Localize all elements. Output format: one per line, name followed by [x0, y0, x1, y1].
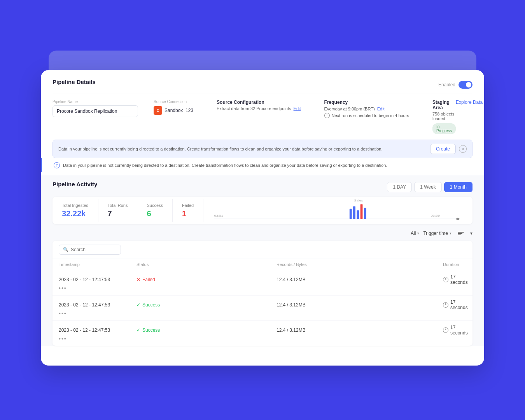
svg-rect-4	[350, 209, 352, 219]
row2-status: ✓ Success	[136, 302, 199, 308]
source-connection-inner: C Sandbox_123	[154, 106, 193, 115]
search-icon: 🔍	[63, 247, 68, 252]
sort-chevron: ▾	[470, 231, 472, 236]
activity-header: Pipeline Activity 1 DAY 1 Week 1 Month	[52, 175, 472, 197]
failed-label: Failed	[182, 203, 194, 208]
source-config-desc: Extract data from 32 Procore endpoints E…	[217, 106, 301, 111]
sort-line-2	[458, 233, 462, 234]
duration-clock-icon-3	[443, 327, 448, 333]
success-label: Success	[147, 203, 163, 208]
table-row: 2023 - 02 - 12 - 12:47:53 ✓ Success 12.4…	[52, 296, 472, 321]
sort-line-3	[458, 234, 461, 235]
table-header-row: Timestamp Status Records / Bytes Duratio…	[52, 259, 472, 270]
chart-area: 03:51 03:59 Sales	[210, 197, 462, 224]
row1-more-button[interactable]: •••	[59, 285, 136, 291]
filter-all-select[interactable]: All ▾	[411, 231, 419, 236]
pipeline-activity-section: Pipeline Activity 1 DAY 1 Week 1 Month T…	[41, 175, 484, 346]
table-row: 2023 - 02 - 12 - 12:47:53 ✓ Success 12.4…	[52, 321, 472, 346]
sort-button[interactable]	[455, 230, 466, 237]
info-icon: ?	[54, 162, 60, 168]
trigger-time-select[interactable]: Trigger time ▾	[423, 231, 452, 236]
row1-status: ✕ Failed	[136, 277, 199, 282]
explore-data-link[interactable]: Explore Data ↗	[456, 100, 484, 105]
frequency-title: Frequency	[324, 100, 409, 105]
row3-records: 12.4 / 3.12MB	[276, 327, 443, 333]
row3-duration: 17 seconds	[443, 325, 466, 336]
enabled-toggle[interactable]	[458, 81, 472, 89]
row1-status-label: Failed	[142, 277, 155, 282]
source-config-title: Source Configuration	[217, 100, 301, 105]
frequency-value: Everyday at 9:00pm (BRT) Edit	[324, 107, 409, 111]
row1-records: 12.4 / 3.12MB	[276, 277, 443, 282]
total-ingested-value: 32.22k	[62, 209, 89, 218]
trigger-time-label: Trigger time	[423, 231, 448, 236]
table-row: 2023 - 02 - 12 - 12:47:53 ✕ Failed 12.4 …	[52, 270, 472, 296]
search-input-wrapper: 🔍	[59, 245, 121, 255]
filter-row: All ▾ Trigger time ▾ ▾	[52, 228, 472, 239]
main-card: Pipeline Details Enabled Pipeline Name P…	[41, 70, 484, 366]
stats-chart-row: Total Ingested 32.22k Total Runs 7 Succe…	[52, 197, 472, 224]
col-header-timestamp: Timestamp	[59, 262, 136, 267]
time-btn-1day[interactable]: 1 DAY	[387, 182, 412, 192]
external-link-icon: ↗	[484, 100, 484, 105]
source-config-edit-link[interactable]: Edit	[294, 106, 301, 111]
staging-area-count: 758 objects loaded	[432, 112, 456, 121]
next-run: Next run is scheduled to begin in 4 hour…	[324, 113, 409, 118]
create-popup: Data in your pipeline is not currently b…	[52, 140, 472, 158]
row3-status: ✓ Success	[136, 327, 199, 333]
row2-status-label: Success	[142, 302, 160, 308]
col-header-duration: Duration	[443, 262, 466, 267]
svg-rect-8	[364, 208, 366, 219]
svg-rect-5	[353, 206, 355, 219]
svg-text:03:59: 03:59	[431, 214, 440, 217]
stat-failed: Failed 1	[173, 199, 203, 222]
frequency-edit-link[interactable]: Edit	[377, 107, 385, 111]
search-input[interactable]	[71, 247, 117, 252]
enabled-label: Enabled	[438, 82, 455, 88]
success-icon-3: ✓	[136, 327, 140, 333]
col-header-status: Status	[136, 262, 199, 267]
clock-icon	[324, 113, 330, 118]
activity-chart: 03:51 03:59 Sales	[210, 197, 462, 224]
create-button[interactable]: Create	[430, 144, 456, 154]
source-name: Sandbox_123	[164, 108, 193, 113]
svg-point-9	[456, 218, 459, 220]
filter-all-label: All	[411, 231, 416, 236]
svg-text:03:51: 03:51	[214, 214, 224, 217]
time-btn-1month[interactable]: 1 Month	[444, 182, 472, 192]
stat-total-runs: Total Runs 7	[98, 199, 138, 222]
close-popup-button[interactable]: ×	[459, 145, 467, 153]
success-icon-2: ✓	[136, 302, 140, 308]
total-runs-label: Total Runs	[108, 203, 128, 208]
stat-success: Success 6	[137, 199, 173, 222]
source-connection-label: Source Connection	[154, 100, 193, 104]
row3-status-label: Success	[142, 327, 160, 333]
pipeline-name-value: Procore Sandbox Replication	[52, 105, 138, 117]
source-connection-group: Source Connection C Sandbox_123	[154, 100, 193, 115]
duration-clock-icon-2	[443, 302, 448, 308]
stat-total-ingested: Total Ingested 32.22k	[52, 199, 98, 222]
create-popup-text: Data in your pipeline is not currently b…	[58, 147, 430, 151]
source-icon: C	[154, 106, 162, 115]
trigger-time-chevron: ▾	[450, 231, 452, 235]
row1-duration: 17 seconds	[443, 274, 466, 285]
filter-all-chevron: ▾	[417, 231, 419, 235]
row3-more-button[interactable]: •••	[59, 336, 136, 342]
page-title: Pipeline Details	[52, 79, 96, 85]
pipeline-name-group: Pipeline Name Procore Sandbox Replicatio…	[52, 100, 138, 117]
table-search-row: 🔍	[52, 241, 472, 259]
source-config-group: Source Configuration Extract data from 3…	[217, 100, 301, 111]
duration-clock-icon-1	[443, 277, 448, 282]
enabled-toggle-group: Enabled	[438, 81, 472, 89]
svg-rect-7	[360, 204, 363, 219]
info-bar: ? Data in your pipeline is not currently…	[41, 158, 484, 172]
failed-icon: ✕	[136, 277, 140, 282]
staging-area-title: Staging Area	[432, 100, 456, 110]
col-header-empty	[199, 262, 276, 267]
staging-area-group: Staging Area 758 objects loaded In Progr…	[432, 100, 484, 134]
pipeline-name-label: Pipeline Name	[52, 100, 138, 104]
activity-table: 🔍 Timestamp Status Records / Bytes Durat…	[52, 241, 472, 346]
time-btn-1week[interactable]: 1 Week	[414, 182, 441, 192]
sort-line-1	[458, 232, 464, 233]
row2-more-button[interactable]: •••	[59, 310, 136, 317]
